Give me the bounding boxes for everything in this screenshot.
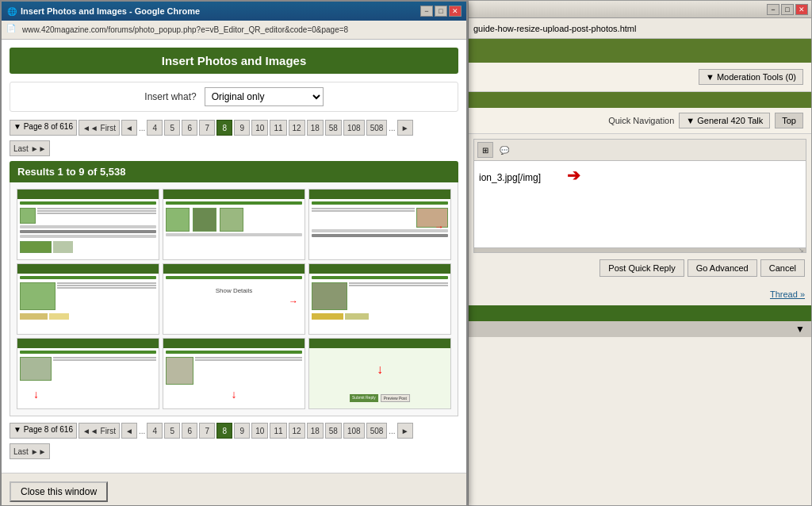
page-12-bottom[interactable]: 12: [289, 423, 305, 439]
red-arrow-7: ↓: [33, 388, 39, 401]
reply-buttons-area: Post Quick Reply Go Advanced Cancel: [475, 259, 805, 277]
page-58-top[interactable]: 58: [325, 120, 342, 136]
bottom-green-bar: [469, 305, 811, 321]
page-6-bottom[interactable]: 6: [182, 423, 197, 439]
page-dropdown-bottom[interactable]: ▼ Page 8 of 616: [10, 423, 77, 439]
thumbnails-grid: →: [10, 182, 458, 416]
popup-header: Insert Photos and Images: [10, 48, 458, 74]
insert-what-select[interactable]: Original only Thumbnail only Both: [205, 87, 324, 106]
last-row-top: Last ►►: [10, 140, 458, 156]
page-508-bottom[interactable]: 508: [366, 423, 388, 439]
page-18-top[interactable]: 18: [307, 120, 324, 136]
last-page-btn-bottom[interactable]: Last ►►: [10, 443, 50, 459]
red-arrow-3: →: [435, 221, 444, 232]
thumb-9[interactable]: ↓ Submit Reply Preview Post: [308, 338, 451, 409]
popup-close-btn[interactable]: ✕: [449, 6, 462, 17]
post-quick-reply-btn[interactable]: Post Quick Reply: [599, 259, 684, 277]
popup-browser: 🌐 Insert Photos and Images - Google Chro…: [0, 0, 468, 506]
thread-link-area: Thread »: [469, 283, 811, 305]
page-8-bottom[interactable]: 8: [216, 423, 232, 439]
scrollbar-area: ▼: [469, 321, 811, 337]
popup-bottom: Close this window: [2, 473, 466, 505]
editor-resize-handle[interactable]: ↘: [473, 248, 806, 253]
bg-restore-btn[interactable]: □: [781, 4, 794, 15]
page-7-bottom[interactable]: 7: [199, 423, 215, 439]
pagination-bottom-container: ▼ Page 8 of 616 ◄◄ First ◄ ... 4 5 6 7 8…: [10, 423, 458, 459]
page-11-top[interactable]: 11: [270, 120, 286, 136]
thumb-3[interactable]: →: [308, 189, 451, 260]
ellipsis-bottom-1: ...: [139, 427, 145, 435]
quick-nav-label: Quick Navigation: [608, 116, 674, 125]
first-page-btn-top[interactable]: ◄◄ First: [79, 120, 120, 136]
page-18-bottom[interactable]: 18: [307, 423, 324, 439]
ellipsis-top-2: ...: [389, 124, 395, 132]
page-7-top[interactable]: 7: [199, 120, 215, 136]
editor-icon-1[interactable]: ⊞: [477, 142, 493, 158]
popup-addr-icon: 📄: [6, 24, 19, 36]
thumb-7[interactable]: ↓: [17, 338, 159, 409]
insert-what-label: Insert what?: [144, 91, 196, 102]
scroll-down-icon[interactable]: ▼: [795, 324, 805, 335]
page-12-top[interactable]: 12: [289, 120, 305, 136]
top-btn[interactable]: Top: [775, 113, 803, 128]
editor-icon-2[interactable]: 💬: [496, 142, 512, 158]
page-108-top[interactable]: 108: [343, 120, 365, 136]
page-dropdown-top[interactable]: ▼ Page 8 of 616: [10, 120, 77, 136]
thumb-1[interactable]: [17, 189, 159, 260]
quick-nav-btn[interactable]: ▼ General 420 Talk: [679, 113, 770, 128]
page-10-bottom[interactable]: 10: [251, 423, 268, 439]
thumb-5[interactable]: Show Details →: [163, 263, 305, 335]
popup-address-bar: 📄 www.420magazine.com/forums/photo_popup…: [2, 21, 466, 40]
bg-minimize-btn[interactable]: −: [767, 4, 779, 15]
background-browser: − □ ✕ guide-how-resize-upload-post-photo…: [468, 0, 812, 506]
thread-link[interactable]: Thread »: [770, 289, 805, 299]
red-arrow-9: ↓: [377, 362, 383, 377]
page-9-bottom[interactable]: 9: [234, 423, 250, 439]
page-108-bottom[interactable]: 108: [343, 423, 365, 439]
popup-minimize-btn[interactable]: −: [420, 6, 433, 17]
prev-page-btn-bottom[interactable]: ◄: [121, 423, 137, 439]
ellipsis-top-1: ...: [139, 124, 145, 132]
page-9-top[interactable]: 9: [234, 120, 250, 136]
page-5-bottom[interactable]: 5: [164, 423, 180, 439]
page-11-bottom[interactable]: 11: [270, 423, 286, 439]
page-10-top[interactable]: 10: [251, 120, 268, 136]
page-4-top[interactable]: 4: [147, 120, 163, 136]
go-advanced-btn[interactable]: Go Advanced: [688, 259, 757, 277]
red-arrow-indicator: ➔: [567, 167, 580, 184]
bg-content: ▼ Moderation Tools (0) Quick Navigation …: [469, 39, 811, 505]
next-page-btn-bottom[interactable]: ►: [397, 423, 413, 439]
popup-title-text: Insert Photos and Images - Google Chrome: [21, 6, 417, 16]
page-8-top[interactable]: 8: [216, 120, 232, 136]
moderation-tools-btn[interactable]: ▼ Moderation Tools (0): [699, 69, 803, 85]
prev-page-btn-top[interactable]: ◄: [121, 120, 137, 136]
editor-content-area[interactable]: ion_3.jpg[/img] ➔: [473, 161, 806, 248]
green-nav-bar: [469, 92, 811, 108]
thumb-8[interactable]: ↓: [163, 338, 305, 409]
page-4-bottom[interactable]: 4: [147, 423, 163, 439]
bg-close-btn[interactable]: ✕: [795, 4, 808, 15]
page-508-top[interactable]: 508: [366, 120, 388, 136]
page-6-top[interactable]: 6: [182, 120, 197, 136]
last-row-bottom: Last ►►: [10, 443, 458, 459]
bg-titlebar: − □ ✕: [469, 1, 811, 18]
close-window-btn[interactable]: Close this window: [10, 481, 108, 502]
quick-nav-area: Quick Navigation ▼ General 420 Talk Top: [469, 108, 811, 134]
popup-content: Insert Photos and Images Insert what? Or…: [2, 40, 466, 473]
page-58-bottom[interactable]: 58: [325, 423, 342, 439]
first-page-btn-bottom[interactable]: ◄◄ First: [79, 423, 120, 439]
last-page-btn-top[interactable]: Last ►►: [10, 140, 50, 156]
results-header: Results 1 to 9 of 5,538: [10, 161, 458, 182]
popup-ctrl-buttons: − □ ✕: [420, 6, 462, 17]
bg-address-text: guide-how-resize-upload-post-photos.html: [473, 24, 636, 33]
thumb-6[interactable]: [308, 263, 451, 335]
cancel-btn[interactable]: Cancel: [760, 259, 805, 277]
popup-restore-btn[interactable]: □: [435, 6, 447, 17]
thumb-2[interactable]: [163, 189, 305, 260]
moderation-bar: ▼ Moderation Tools (0): [469, 63, 811, 92]
editor-container: ⊞ 💬 ion_3.jpg[/img] ➔ ↘: [473, 139, 806, 253]
thumb-4[interactable]: [17, 263, 159, 335]
page-5-top[interactable]: 5: [164, 120, 180, 136]
next-page-btn-top[interactable]: ►: [397, 120, 413, 136]
editor-toolbar: ⊞ 💬: [473, 139, 806, 161]
